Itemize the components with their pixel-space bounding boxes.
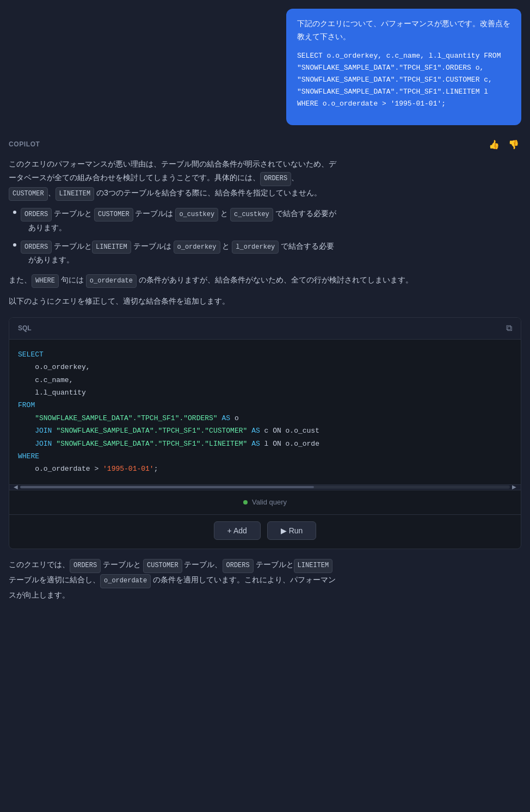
code-line-fields: o.o_orderkey, bbox=[18, 361, 512, 373]
code-line-from: FROM bbox=[18, 399, 512, 411]
thumbdown-button[interactable]: 👎 bbox=[506, 138, 521, 151]
user-bubble: 下記のクエリについて、パフォーマンスが悪いです。改善点を教えて下さい。 SELE… bbox=[286, 9, 521, 125]
badge-customer-2: CUSTOMER bbox=[94, 208, 133, 221]
badge-lineitem-1: LINEITEM bbox=[56, 187, 95, 201]
badge-oorderdate-1: o_orderdate bbox=[86, 274, 137, 288]
scroll-right-arrow[interactable]: ▶ bbox=[510, 483, 519, 491]
badge-orders-3: ORDERS bbox=[21, 241, 52, 254]
copilot-section: COPILOT 👍 👎 このクエリのパフォーマンスが悪い理由は、テーブル間の結合… bbox=[9, 138, 521, 602]
code-line-fields3: l.l_quantity bbox=[18, 386, 512, 399]
copy-button[interactable]: ⧉ bbox=[506, 323, 512, 333]
code-block-scroll[interactable]: SELECT o.o_orderkey, c.c_name, l.l_quant… bbox=[9, 340, 521, 484]
valid-query-text: Valid query bbox=[252, 497, 287, 508]
bullet-text-1: ORDERS テーブルと CUSTOMER テーブルは o_custkey と … bbox=[21, 207, 336, 234]
code-line-fields2: c.c_name, bbox=[18, 374, 512, 386]
explanation-para2: また、WHERE 句には o_orderdate の条件がありますが、結合条件が… bbox=[9, 273, 521, 288]
copilot-label: COPILOT bbox=[9, 139, 40, 150]
scrollbar-track bbox=[20, 485, 510, 489]
bottom-text: このクエリでは、ORDERS テーブルと CUSTOMER テーブル、ORDER… bbox=[9, 558, 521, 601]
explanation-para1: このクエリのパフォーマンスが悪い理由は、テーブル間の結合条件が明示されていないた… bbox=[9, 157, 521, 201]
bullet-item-2: ORDERS テーブルとLINEITEM テーブルは o_orderkey と … bbox=[13, 240, 521, 267]
badge-lorderkey: l_orderkey bbox=[232, 241, 279, 254]
badge-where: WHERE bbox=[32, 274, 59, 288]
bullet-dot-2 bbox=[13, 243, 16, 247]
badge-orders-2: ORDERS bbox=[21, 208, 52, 221]
scroll-left-arrow[interactable]: ◀ bbox=[11, 483, 20, 491]
badge-lineitem-2: LINEITEM bbox=[92, 241, 131, 254]
code-block-container: SQL ⧉ SELECT o.o_orderkey, c.c_name, l.l… bbox=[9, 317, 521, 550]
badge-orders-4: ORDERS bbox=[70, 559, 101, 573]
code-line-condition: o.o_orderdate > '1995-01-01'; bbox=[18, 463, 512, 475]
user-message-container: 下記のクエリについて、パフォーマンスが悪いです。改善点を教えて下さい。 SELE… bbox=[9, 9, 521, 125]
code-line-customer: JOIN "SNOWFLAKE_SAMPLE_DATA"."TPCH_SF1".… bbox=[18, 425, 512, 437]
bullet-list: ORDERS テーブルと CUSTOMER テーブルは o_custkey と … bbox=[9, 207, 521, 266]
copilot-header: COPILOT 👍 👎 bbox=[9, 138, 521, 151]
user-message-line1: 下記のクエリについて、パフォーマンスが悪いです。改善点を教えて下さい。 bbox=[297, 17, 510, 44]
code-line-where: WHERE bbox=[18, 450, 512, 463]
bullet-text-2: ORDERS テーブルとLINEITEM テーブルは o_orderkey と … bbox=[21, 240, 334, 267]
badge-ccustkey: c_custkey bbox=[230, 208, 273, 221]
scrollbar-area[interactable]: ◀ ▶ bbox=[9, 484, 521, 490]
scrollbar-thumb bbox=[20, 486, 314, 488]
action-buttons: + Add ▶ Run bbox=[9, 514, 521, 549]
add-button[interactable]: + Add bbox=[214, 521, 261, 540]
bullet-dot-1 bbox=[13, 211, 16, 214]
badge-orders-1: ORDERS bbox=[260, 172, 291, 186]
thumbup-button[interactable]: 👍 bbox=[486, 138, 502, 151]
valid-query-bar: Valid query bbox=[9, 490, 521, 515]
run-button[interactable]: ▶ Run bbox=[267, 521, 317, 540]
code-block-content: SELECT o.o_orderkey, c.c_name, l.l_quant… bbox=[9, 340, 521, 484]
bullet-item-1: ORDERS テーブルと CUSTOMER テーブルは o_custkey と … bbox=[13, 207, 521, 234]
user-message-query: SELECT o.o_orderkey, c.c_name, l.l_quant… bbox=[297, 50, 510, 110]
feedback-icons: 👍 👎 bbox=[486, 138, 521, 151]
badge-oorderkey: o_orderkey bbox=[174, 241, 220, 254]
badge-ocustkey: o_custkey bbox=[175, 208, 218, 221]
badge-customer-1: CUSTOMER bbox=[9, 187, 48, 201]
code-line-orders: "SNOWFLAKE_SAMPLE_DATA"."TPCH_SF1"."ORDE… bbox=[18, 412, 512, 425]
code-line-select: SELECT bbox=[18, 348, 512, 361]
explanation-para3: 以下のようにクエリを修正して、適切な結合条件を追加します。 bbox=[9, 294, 521, 308]
badge-lineitem-3: LINEITEM bbox=[294, 559, 333, 573]
badge-customer-3: CUSTOMER bbox=[143, 559, 182, 573]
badge-orders-5: ORDERS bbox=[223, 559, 254, 573]
code-block-header: SQL ⧉ bbox=[9, 318, 521, 340]
code-block-label: SQL bbox=[18, 323, 32, 334]
badge-oorderdate-2: o_orderdate bbox=[100, 574, 151, 588]
valid-dot bbox=[243, 500, 248, 505]
code-line-lineitem: JOIN "SNOWFLAKE_SAMPLE_DATA"."TPCH_SF1".… bbox=[18, 438, 512, 450]
